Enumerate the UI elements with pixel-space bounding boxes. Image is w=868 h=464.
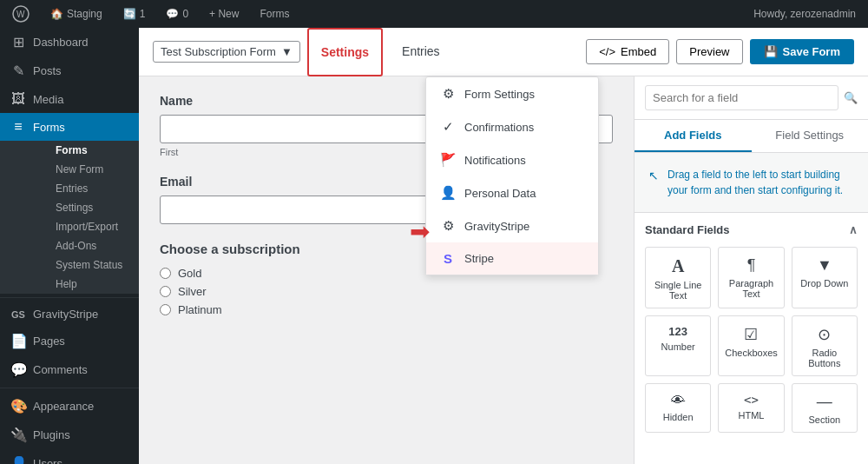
save-button[interactable]: 💾 Save Form	[750, 39, 854, 64]
field-checkboxes[interactable]: ☑ Checkboxes	[718, 315, 784, 376]
gravitystripe-icon: GS	[10, 309, 26, 320]
field-single-line[interactable]: A Single Line Text	[645, 247, 711, 308]
submenu-add-ons[interactable]: Add-Ons	[28, 236, 139, 255]
person-icon: 👤	[440, 185, 456, 201]
tab-field-settings[interactable]: Field Settings	[752, 120, 869, 152]
save-icon: 💾	[764, 45, 778, 58]
main: Test Subscription Form ▼ Settings Entrie…	[139, 28, 868, 464]
sidebar-item-plugins[interactable]: 🔌 Plugins	[0, 421, 139, 449]
hidden-icon: 👁	[649, 393, 707, 408]
plugins-icon: 🔌	[10, 427, 26, 443]
chevron-down-icon: ▼	[281, 45, 293, 58]
fields-grid: A Single Line Text ¶ Paragraph Text ▼ Dr…	[645, 247, 858, 433]
search-input[interactable]	[645, 85, 838, 110]
layout: ⊞ Dashboard ✎ Posts 🖼 Media ≡ Forms Form…	[0, 28, 868, 464]
forms-submenu: Forms New Form Entries Settings Import/E…	[0, 141, 139, 294]
silver-radio[interactable]	[160, 286, 171, 297]
panel-tabs: Add Fields Field Settings	[635, 120, 868, 153]
comments-item[interactable]: 💬 0	[161, 0, 194, 28]
dropdown-confirmations[interactable]: ✓ Confirmations	[426, 110, 598, 143]
cursor-icon: ↖	[648, 169, 659, 182]
preview-button[interactable]: Preview	[676, 39, 742, 64]
posts-icon: ✎	[10, 63, 26, 79]
check-circle-icon: ✓	[440, 119, 456, 135]
tab-add-fields[interactable]: Add Fields	[635, 120, 752, 152]
adminbar-right: Howdy, zerozenadmin	[748, 0, 861, 28]
sidebar-item-comments[interactable]: 💬 Comments	[0, 355, 139, 384]
svg-text:W: W	[16, 10, 25, 19]
submenu-new-form[interactable]: New Form	[28, 160, 139, 179]
field-html[interactable]: <> HTML	[718, 383, 784, 433]
html-icon: <>	[722, 393, 779, 407]
comments-sidebar-icon: 💬	[10, 361, 26, 378]
updates-icon: 🔄	[123, 8, 136, 20]
dropdown-form-settings[interactable]: ⚙ Form Settings	[426, 77, 598, 110]
tab-settings[interactable]: Settings	[307, 28, 383, 76]
sidebar-item-posts[interactable]: ✎ Posts	[0, 56, 139, 85]
embed-button[interactable]: </> Embed	[586, 39, 669, 64]
field-hidden[interactable]: 👁 Hidden	[645, 383, 711, 433]
panel-info-text: Drag a field to the left to start buildi…	[667, 167, 854, 198]
stripe-icon: S	[440, 251, 456, 266]
submenu-entries[interactable]: Entries	[28, 179, 139, 198]
comments-icon: 💬	[166, 8, 179, 20]
topbar: Test Subscription Form ▼ Settings Entrie…	[139, 28, 868, 76]
gold-radio[interactable]	[160, 268, 171, 279]
collapse-arrow[interactable]: ∧	[849, 223, 858, 236]
forms-bar-item[interactable]: Forms	[254, 0, 294, 28]
sidebar-item-media[interactable]: 🖼 Media	[0, 85, 139, 113]
new-item[interactable]: + New	[204, 0, 244, 28]
user-greeting[interactable]: Howdy, zerozenadmin	[748, 0, 861, 28]
admin-bar: W 🏠 Staging 🔄 1 💬 0 + New Forms Howdy, z…	[0, 0, 868, 28]
forms-icon: ≡	[10, 119, 26, 135]
field-paragraph[interactable]: ¶ Paragraph Text	[718, 247, 784, 308]
tab-entries[interactable]: Entries	[390, 28, 452, 76]
dashboard-icon: ⊞	[10, 34, 26, 50]
platinum-label: Platinum	[178, 303, 222, 316]
updates-item[interactable]: 🔄 1	[118, 0, 151, 28]
sidebar-item-pages[interactable]: 📄 Pages	[0, 327, 139, 355]
pages-icon: 📄	[10, 333, 26, 349]
dropdown-personal-data[interactable]: 👤 Personal Data	[426, 176, 598, 209]
sidebar-item-users[interactable]: 👤 Users	[0, 449, 139, 464]
sidebar-item-forms[interactable]: ≡ Forms	[0, 113, 139, 141]
submenu-settings[interactable]: Settings	[28, 198, 139, 217]
sidebar: ⊞ Dashboard ✎ Posts 🖼 Media ≡ Forms Form…	[0, 28, 139, 464]
right-panel: 🔍 Add Fields Field Settings ↖ Drag a fie…	[634, 76, 868, 464]
arrow-indicator: ➡	[410, 217, 430, 246]
sidebar-item-dashboard[interactable]: ⊞ Dashboard	[0, 28, 139, 56]
settings-dropdown: ⚙ Form Settings ✓ Confirmations 🚩 Notifi…	[425, 76, 599, 275]
gear-icon: ⚙	[440, 86, 456, 102]
panel-info: ↖ Drag a field to the left to start buil…	[635, 153, 868, 213]
media-icon: 🖼	[10, 91, 26, 107]
field-section[interactable]: — Section	[792, 383, 858, 433]
submenu-import-export[interactable]: Import/Export	[28, 217, 139, 236]
platinum-radio[interactable]	[160, 304, 171, 315]
standard-fields-title: Standard Fields ∧	[645, 223, 858, 236]
field-radio-buttons[interactable]: ⊙ Radio Buttons	[792, 315, 858, 376]
fields-section: Standard Fields ∧ A Single Line Text ¶ P…	[635, 213, 868, 454]
flag-icon: 🚩	[440, 152, 456, 168]
submenu-help[interactable]: Help	[28, 275, 139, 294]
embed-icon: </>	[599, 45, 615, 58]
home-icon: 🏠	[50, 8, 63, 20]
sidebar-item-gravitystripe[interactable]: GS GravityStripe	[0, 302, 139, 327]
form-selector[interactable]: Test Subscription Form ▼	[153, 41, 300, 63]
appearance-icon: 🎨	[10, 398, 26, 414]
field-dropdown[interactable]: ▼ Drop Down	[792, 247, 858, 308]
dropdown-stripe[interactable]: S Stripe	[426, 242, 598, 275]
sidebar-item-appearance[interactable]: 🎨 Appearance	[0, 392, 139, 421]
staging-item[interactable]: 🏠 Staging	[45, 0, 108, 28]
submenu-system-status[interactable]: System Status	[28, 255, 139, 275]
checkboxes-icon: ☑	[722, 325, 779, 344]
field-number[interactable]: 123 Number	[645, 315, 711, 376]
submenu-forms[interactable]: Forms	[28, 141, 139, 160]
gravitystripe-dropdown-icon: ⚙	[440, 218, 456, 234]
wp-logo[interactable]: W	[7, 0, 35, 28]
dropdown-notifications[interactable]: 🚩 Notifications	[426, 143, 598, 176]
subscription-silver: Silver	[160, 285, 613, 298]
section-icon: —	[796, 393, 853, 411]
search-box: 🔍	[635, 76, 868, 120]
dropdown-gravitystripe[interactable]: ⚙ GravityStripe	[426, 209, 598, 242]
paragraph-icon: ¶	[722, 256, 779, 275]
